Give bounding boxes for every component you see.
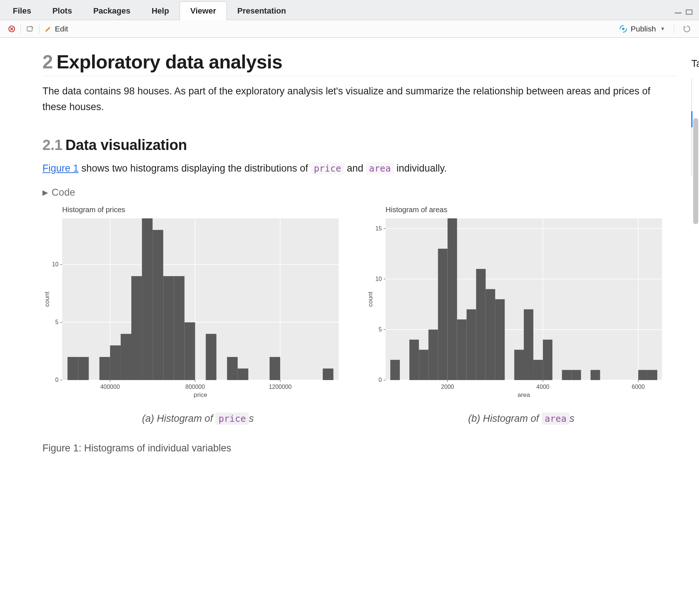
figure-reference-paragraph: Figure 1 shows two histograms displaying… <box>42 161 677 176</box>
section-title: Exploratory data analysis <box>56 51 282 72</box>
svg-rect-29 <box>323 368 333 380</box>
svg-text:5: 5 <box>55 319 59 325</box>
refresh-button[interactable] <box>680 23 694 34</box>
scrollbar-thumb[interactable] <box>693 118 698 224</box>
histogram-price-plot: 05104000008000001200000pricecount <box>42 216 342 399</box>
svg-text:0: 0 <box>379 377 382 383</box>
subsection-heading: 2.1Data visualization <box>42 137 677 153</box>
svg-text:400000: 400000 <box>100 384 120 390</box>
svg-rect-64 <box>524 309 533 380</box>
svg-rect-16 <box>99 357 110 380</box>
code-fold-toggle[interactable]: ▶ Code <box>42 187 677 198</box>
svg-rect-1 <box>686 10 692 14</box>
publish-icon <box>619 25 628 33</box>
tab-plots[interactable]: Plots <box>42 1 83 20</box>
toc-item[interactable]: 2 Exploratory data analysis <box>692 95 699 111</box>
svg-text:4000: 4000 <box>536 384 549 390</box>
svg-text:15: 15 <box>375 225 382 231</box>
svg-rect-26 <box>227 357 238 380</box>
viewer-toolbar: Edit Publish ▼ <box>0 20 699 38</box>
edit-label: Edit <box>55 25 68 33</box>
histogram-area-plot: 051015200040006000areacount <box>366 216 666 399</box>
code-fold-label: Code <box>52 187 75 198</box>
tab-files[interactable]: Files <box>2 1 42 20</box>
svg-rect-58 <box>457 319 467 380</box>
panel-a-title: Histogram of prices <box>62 206 353 214</box>
document-body: 2Exploratory data analysis The data cont… <box>42 51 677 616</box>
maximize-pane-icon[interactable] <box>685 9 694 16</box>
svg-rect-20 <box>142 218 153 380</box>
publish-label: Publish <box>631 25 656 33</box>
svg-rect-28 <box>270 357 280 380</box>
svg-rect-71 <box>648 370 657 380</box>
svg-rect-19 <box>131 276 142 380</box>
svg-text:10: 10 <box>375 275 382 282</box>
svg-text:2000: 2000 <box>441 384 454 390</box>
svg-rect-14 <box>68 357 78 380</box>
svg-text:6000: 6000 <box>632 384 645 390</box>
svg-rect-52 <box>390 360 400 380</box>
dropdown-caret-icon: ▼ <box>660 26 665 31</box>
svg-text:area: area <box>518 391 530 398</box>
svg-rect-62 <box>495 299 505 380</box>
publish-button[interactable]: Publish ▼ <box>616 23 668 35</box>
tab-help[interactable]: Help <box>141 1 180 20</box>
svg-rect-56 <box>438 248 447 380</box>
viewer-content: 2Exploratory data analysis The data cont… <box>0 38 699 616</box>
intro-paragraph: The data contains 98 houses. As part of … <box>42 83 677 115</box>
toc-item[interactable]: 1 Introduction <box>692 78 699 95</box>
stop-button[interactable] <box>5 24 18 34</box>
separator <box>39 24 40 34</box>
tab-viewer[interactable]: Viewer <box>180 1 227 20</box>
svg-text:count: count <box>44 291 50 307</box>
figure-panel-row: Histogram of prices 05104000008000001200… <box>42 206 677 424</box>
subsection-title: Data visualization <box>65 137 187 153</box>
figure-caption: Figure 1: Histograms of individual varia… <box>42 443 677 454</box>
clear-viewer-button[interactable] <box>23 24 37 34</box>
separator <box>674 24 674 34</box>
svg-rect-66 <box>543 339 552 380</box>
svg-rect-63 <box>514 350 524 380</box>
svg-rect-21 <box>153 230 163 380</box>
pane-window-controls <box>674 9 694 16</box>
figure-link[interactable]: Figure 1 <box>42 163 79 174</box>
subcaption-b: (b) Histogram of areas <box>366 413 677 424</box>
svg-rect-18 <box>121 334 131 380</box>
code-area: area <box>366 162 394 174</box>
section-number: 2 <box>42 51 53 72</box>
svg-rect-22 <box>163 276 174 380</box>
svg-text:5: 5 <box>379 326 382 332</box>
svg-rect-61 <box>486 289 495 380</box>
edit-button[interactable]: Edit <box>42 23 71 35</box>
svg-rect-54 <box>419 350 428 380</box>
svg-rect-55 <box>428 329 438 380</box>
svg-rect-68 <box>571 370 581 380</box>
svg-rect-23 <box>174 276 184 380</box>
rstudio-viewer-pane: FilesPlotsPackagesHelpViewerPresentation… <box>0 0 699 616</box>
tab-presentation[interactable]: Presentation <box>227 1 297 20</box>
subsection-number: 2.1 <box>42 137 63 153</box>
tab-packages[interactable]: Packages <box>83 1 141 20</box>
svg-rect-24 <box>184 322 195 380</box>
svg-rect-60 <box>476 269 486 380</box>
svg-text:count: count <box>367 291 374 307</box>
svg-rect-27 <box>238 368 248 380</box>
svg-rect-70 <box>638 370 648 380</box>
svg-rect-0 <box>675 12 681 14</box>
svg-rect-59 <box>467 309 476 380</box>
figure-panel-b: Histogram of areas 051015200040006000are… <box>366 206 677 424</box>
minimize-pane-icon[interactable] <box>674 9 683 16</box>
svg-text:price: price <box>194 391 207 398</box>
code-price: price <box>311 162 344 174</box>
section-heading: 2Exploratory data analysis <box>42 51 677 76</box>
subcaption-a: (a) Histogram of prices <box>42 413 353 424</box>
svg-text:1200000: 1200000 <box>269 384 292 390</box>
figure-panel-a: Histogram of prices 05104000008000001200… <box>42 206 353 424</box>
svg-rect-5 <box>27 27 32 31</box>
svg-rect-67 <box>562 370 571 380</box>
svg-text:10: 10 <box>52 261 59 267</box>
pane-tab-strip: FilesPlotsPackagesHelpViewerPresentation <box>0 0 699 20</box>
svg-rect-53 <box>409 339 419 380</box>
svg-rect-57 <box>447 218 457 380</box>
svg-rect-7 <box>62 218 339 380</box>
